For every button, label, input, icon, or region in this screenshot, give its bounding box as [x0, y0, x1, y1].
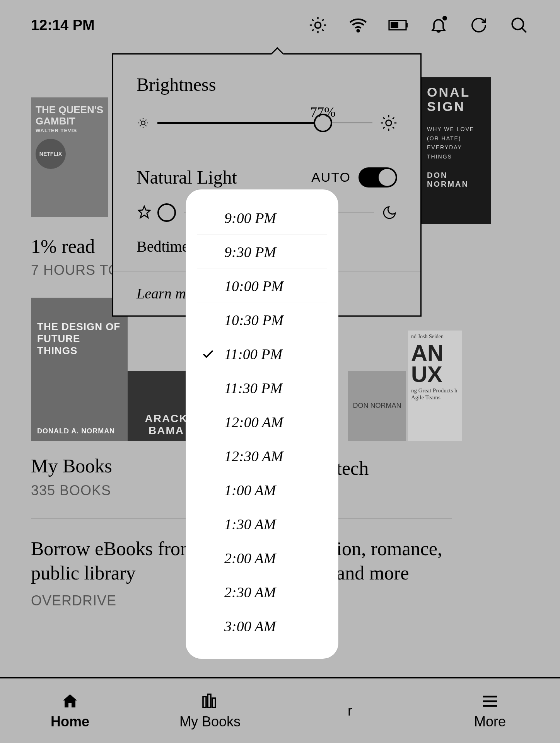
time-option-label: 12:30 AM — [224, 448, 283, 465]
time-option[interactable]: 10:00 PM — [197, 269, 327, 303]
bedtime-time-picker: 9:00 PM9:30 PM10:00 PM10:30 PM11:00 PM11… — [186, 189, 338, 659]
auto-label: AUTO — [311, 170, 351, 185]
books-icon — [201, 692, 219, 711]
time-option[interactable]: 11:30 PM — [197, 371, 327, 405]
book-author: DONALD A. NORMAN — [37, 427, 115, 435]
battery-icon[interactable] — [388, 15, 408, 35]
overdrive-text-1b: ion, romance, — [336, 537, 442, 561]
time-option[interactable]: 12:00 AM — [197, 405, 327, 439]
time-option[interactable]: 9:30 PM — [197, 235, 327, 269]
time-option[interactable]: 12:30 AM — [197, 439, 327, 473]
time-option-label: 10:00 PM — [224, 278, 283, 295]
svg-point-13 — [512, 18, 523, 29]
time-option-label: 3:00 AM — [224, 618, 276, 635]
svg-marker-33 — [138, 206, 150, 218]
book-cover-future-things: THE DESIGN OF FUTURE THINGS DONALD A. NO… — [31, 298, 128, 441]
nav-discover[interactable]: r — [280, 678, 420, 743]
book-author-fragment: nd Josh Seiden — [411, 334, 459, 340]
svg-line-27 — [383, 118, 385, 119]
time-option-label: 9:30 PM — [224, 244, 276, 261]
book-subtitle: WHY WE LOVE (OR HATE) EVERYDAY THINGS — [427, 125, 486, 162]
time-option[interactable]: 3:00 AM — [197, 609, 327, 643]
home-icon — [61, 692, 79, 711]
notification-icon[interactable] — [429, 15, 449, 35]
svg-line-8 — [322, 19, 324, 21]
nav-my-books[interactable]: My Books — [140, 678, 280, 743]
time-option[interactable]: 10:30 PM — [197, 303, 327, 337]
svg-rect-12 — [391, 22, 398, 28]
book-title: AN UX — [411, 342, 459, 385]
svg-rect-11 — [406, 23, 408, 27]
svg-line-32 — [393, 118, 394, 119]
status-time: 12:14 PM — [31, 17, 95, 34]
svg-point-24 — [386, 120, 392, 126]
time-option-label: 2:30 AM — [224, 584, 276, 601]
svg-line-7 — [312, 29, 314, 31]
time-option[interactable]: 1:00 AM — [197, 473, 327, 507]
svg-point-0 — [315, 22, 321, 28]
brightness-icon[interactable] — [308, 15, 328, 35]
search-icon[interactable] — [509, 15, 529, 35]
time-option-label: 2:00 AM — [224, 550, 276, 567]
auto-toggle[interactable] — [359, 167, 397, 187]
svg-rect-35 — [208, 694, 211, 707]
svg-point-15 — [141, 121, 145, 125]
status-bar: 12:14 PM — [0, 0, 560, 46]
book-subtitle: ng Great Products h Agile Teams — [411, 387, 459, 401]
svg-point-9 — [357, 30, 359, 32]
nav-my-books-label: My Books — [179, 714, 241, 730]
time-option[interactable]: 2:30 AM — [197, 575, 327, 609]
time-option[interactable]: 1:30 AM — [197, 507, 327, 541]
sun-outline-icon — [137, 205, 152, 220]
nav-more-label: More — [474, 714, 506, 730]
book-cover-lean-ux: nd Josh Seiden AN UX ng Great Products h… — [408, 331, 462, 441]
brightness-high-icon — [380, 114, 397, 131]
tech-fragment: tech — [336, 457, 369, 479]
netflix-badge: NETFLIX — [36, 139, 66, 169]
menu-icon — [481, 692, 499, 711]
svg-line-14 — [522, 28, 526, 32]
overdrive-text-2b: and more — [336, 561, 409, 585]
nav-home-label: Home — [51, 714, 89, 730]
book-author: DON NORMAN — [427, 171, 486, 189]
time-option-label: 10:30 PM — [224, 312, 283, 329]
book-title: ONAL SIGN — [427, 85, 486, 114]
wifi-icon[interactable] — [348, 15, 368, 35]
svg-line-31 — [383, 127, 385, 128]
book-title: THE QUEEN'S GAMBIT — [36, 104, 103, 127]
svg-line-23 — [145, 120, 146, 121]
book-cover-norman: DON NORMAN — [348, 371, 406, 441]
time-option-label: 11:30 PM — [224, 380, 282, 397]
time-option[interactable]: 11:00 PM — [197, 337, 327, 371]
time-option-label: 11:00 PM — [224, 346, 282, 363]
svg-rect-34 — [203, 697, 206, 707]
time-option[interactable]: 2:00 AM — [197, 541, 327, 575]
time-option[interactable]: 9:00 PM — [197, 201, 327, 235]
time-option-label: 12:00 AM — [224, 414, 283, 431]
time-option-label: 1:30 AM — [224, 516, 276, 533]
nav-more[interactable]: More — [420, 678, 560, 743]
svg-line-4 — [322, 29, 324, 31]
time-option-label: 1:00 AM — [224, 482, 276, 499]
svg-rect-36 — [212, 698, 215, 707]
brightness-title: Brightness — [137, 74, 397, 95]
brightness-low-icon — [137, 116, 150, 130]
book-cover-design: ONAL SIGN WHY WE LOVE (OR HATE) EVERYDAY… — [422, 77, 491, 224]
brightness-slider[interactable]: 77% — [137, 114, 397, 131]
brightness-percent: 77% — [310, 104, 336, 120]
check-icon — [201, 347, 215, 361]
svg-line-3 — [312, 19, 314, 21]
bottom-nav: Home My Books r More — [0, 677, 560, 743]
nav-home[interactable]: Home — [0, 678, 140, 743]
moon-icon — [382, 205, 397, 220]
book-title: THE DESIGN OF FUTURE THINGS — [37, 321, 121, 357]
nav-discover-label-fragment: r — [348, 703, 352, 719]
warmth-thumb[interactable] — [157, 203, 176, 222]
my-books-block[interactable]: My Books 335 BOOKS — [31, 455, 112, 499]
my-books-count: 335 BOOKS — [31, 482, 112, 499]
natural-light-label: Natural Light — [137, 167, 237, 188]
sync-icon[interactable] — [469, 15, 489, 35]
svg-line-21 — [145, 125, 146, 126]
svg-line-22 — [140, 125, 141, 126]
book-cover-queens-gambit: THE QUEEN'S GAMBIT WALTER TEVIS NETFLIX — [31, 97, 108, 217]
